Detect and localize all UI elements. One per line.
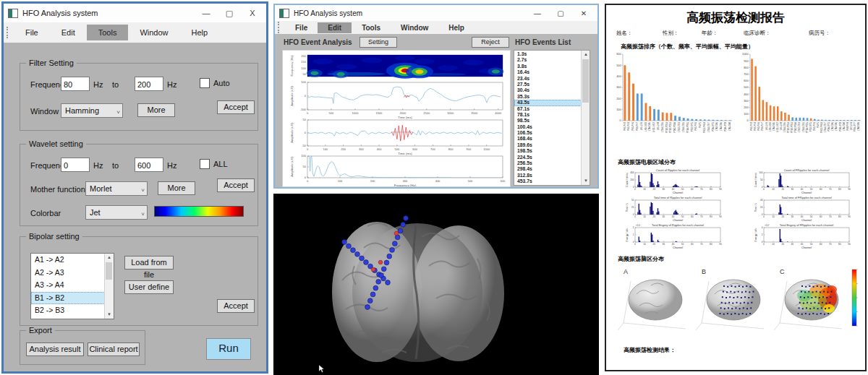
svg-text:LTB4-LTB6: LTB4-LTB6 — [783, 122, 786, 132]
hfo-event-item[interactable]: 27.5s — [514, 82, 582, 87]
hfo-event-item[interactable]: 98.5s — [514, 118, 582, 124]
reject-button[interactable]: Reject — [472, 37, 509, 48]
svg-text:40: 40 — [801, 215, 804, 218]
svg-text:2: 2 — [762, 233, 763, 236]
analysis-result-button[interactable]: Analysis result — [26, 342, 84, 356]
menu-item-window[interactable]: Window — [128, 25, 179, 40]
hfo-event-item[interactable]: 16.4s — [514, 69, 582, 75]
hfo-events-listbox[interactable]: 1.3s2.7s3.8s16.4s23.4s27.5s30.4s35.3s43.… — [514, 50, 590, 186]
hfo-event-item[interactable]: 67.1s — [514, 106, 582, 112]
bipolar-scrollbar[interactable]: ▲ ▼ — [104, 254, 114, 319]
svg-text:40: 40 — [801, 243, 804, 246]
svg-text:80: 80 — [710, 215, 712, 218]
filter-frequency-to-input[interactable] — [135, 77, 163, 91]
wavelet-frequency-from-input[interactable] — [61, 158, 90, 172]
svg-text:400: 400 — [616, 75, 621, 78]
svg-text:PH6-PH7: PH6-PH7 — [636, 122, 639, 131]
hfo-event-item[interactable]: 2.7s — [514, 57, 582, 63]
bipolar-list-items: A1 -> A2A2 -> A3A3 -> A4B1 -> B2B2 -> B3 — [31, 254, 105, 319]
svg-text:LH5-LH6: LH5-LH6 — [640, 122, 643, 131]
hfo-event-item[interactable]: 189.6s — [514, 142, 582, 148]
scroll-down-icon[interactable]: ▼ — [105, 311, 114, 319]
brain-3d-view[interactable] — [273, 194, 599, 375]
maximize-button[interactable]: ▢ — [220, 9, 239, 18]
all-checkbox[interactable]: ALL — [200, 159, 228, 169]
run-button[interactable]: Run — [206, 338, 251, 360]
wavelet-more-button[interactable]: More — [158, 181, 195, 195]
svg-text:200: 200 — [630, 178, 634, 181]
scroll-up-icon[interactable]: ▲ — [582, 51, 590, 59]
hfo-event-item[interactable]: 43.5s — [514, 100, 582, 105]
filter-frequency-from-input[interactable] — [61, 77, 90, 91]
menu-item-help[interactable]: Help — [180, 25, 220, 40]
export-legend: Export — [26, 326, 55, 335]
mother-function-select[interactable]: Morlet ˅ — [85, 181, 148, 196]
load-from-file-button[interactable]: Load from file — [124, 256, 174, 270]
bipolar-list-item[interactable]: B2 -> B3 — [31, 304, 105, 317]
export-groupbox: Export Analysis result Clinical report — [20, 330, 145, 365]
menu-item-tools[interactable]: Tools — [87, 25, 129, 40]
hfo-event-item[interactable]: 453.7s — [514, 178, 582, 184]
hfo-event-item[interactable]: 224.5s — [514, 155, 582, 160]
bipolar-legend: Bipolar setting — [26, 232, 82, 241]
hfo-event-item[interactable]: 3.8s — [514, 64, 582, 69]
menu-item-window[interactable]: Window — [391, 22, 438, 33]
filter-more-button[interactable]: More — [137, 103, 175, 117]
auto-checkbox[interactable]: Auto — [200, 78, 230, 88]
svg-text:Count of Ripples for each chan: Count of Ripples for each channel — [656, 168, 699, 172]
electrode-dot — [364, 260, 369, 265]
minimize-button[interactable]: — — [197, 9, 216, 17]
menu-item-file[interactable]: File — [285, 22, 318, 33]
hfo-event-item[interactable]: 298.4s — [514, 166, 582, 172]
hfo-event-item[interactable]: 256.5s — [514, 160, 582, 166]
setting-button[interactable]: Setting — [359, 37, 397, 48]
hfo-event-item[interactable]: 1.3s — [514, 51, 582, 57]
hfo-event-item[interactable]: 198.5s — [514, 148, 582, 154]
bipolar-list-item[interactable]: A3 -> A4 — [31, 279, 105, 292]
user-define-button[interactable]: User define — [124, 280, 174, 294]
bipolar-accept-button[interactable]: Accept — [217, 299, 255, 313]
filter-accept-button[interactable]: Accept — [217, 100, 255, 114]
svg-text:P4-P5: P4-P5 — [699, 122, 702, 128]
bipolar-listbox[interactable]: A1 -> A2A2 -> A3A3 -> A4B1 -> B2B2 -> B3… — [30, 253, 114, 319]
svg-text:PTA6-PT8: PTA6-PT8 — [724, 122, 727, 132]
svg-text:Count / times: Count / times — [626, 173, 629, 187]
hfo-event-item[interactable]: 35.3s — [514, 94, 582, 100]
electrode-dot — [387, 254, 392, 259]
svg-text:200: 200 — [341, 147, 346, 151]
close-button[interactable]: ✕ — [574, 9, 593, 17]
hfo-event-item[interactable]: 106.5s — [514, 130, 582, 136]
menu-item-edit[interactable]: Edit — [318, 22, 352, 33]
hfo-event-item[interactable]: 100.4s — [514, 124, 582, 130]
svg-text:0: 0 — [307, 111, 309, 115]
checkbox-icon — [200, 159, 210, 169]
menu-item-edit[interactable]: Edit — [50, 25, 87, 40]
hfo-event-item[interactable]: 168.4s — [514, 136, 582, 142]
scroll-down-icon[interactable]: ▼ — [582, 177, 590, 185]
maximize-button[interactable]: ▢ — [551, 9, 570, 17]
section4-header: 高频振荡检测结果： — [624, 346, 676, 354]
scroll-thumb[interactable] — [106, 262, 112, 280]
minimize-button[interactable]: — — [528, 9, 547, 17]
bipolar-list-item[interactable]: A1 -> A2 — [31, 254, 105, 267]
menu-item-help[interactable]: Help — [438, 22, 475, 33]
wavelet-accept-button[interactable]: Accept — [217, 178, 255, 192]
events-scrollbar[interactable]: ▲ ▼ — [581, 51, 590, 185]
hfo-event-item[interactable]: 30.4s — [514, 87, 582, 93]
colorbar-select[interactable]: Jet ˅ — [85, 205, 148, 220]
wavelet-frequency-to-input[interactable] — [135, 158, 163, 172]
bipolar-list-item[interactable]: B1 -> B2 — [31, 292, 105, 305]
menu-item-tools[interactable]: Tools — [352, 22, 391, 33]
svg-text:LTA3-TA6: LTA3-TA6 — [715, 122, 718, 132]
menu-item-file[interactable]: File — [14, 25, 50, 40]
bipolar-list-item[interactable]: A2 -> A3 — [31, 267, 105, 280]
hfo-event-item[interactable]: 312.8s — [514, 173, 582, 178]
hfo-event-item[interactable]: 78.1s — [514, 112, 582, 118]
scroll-up-icon[interactable]: ▲ — [105, 254, 114, 262]
close-button[interactable]: X — [243, 9, 262, 17]
scroll-thumb[interactable] — [582, 59, 589, 103]
clinical-report-button[interactable]: Clinical report — [88, 342, 140, 356]
electrode-dot — [386, 280, 391, 285]
window-select[interactable]: Hamming ˅ — [61, 103, 123, 118]
hfo-event-item[interactable]: 23.4s — [514, 76, 582, 82]
